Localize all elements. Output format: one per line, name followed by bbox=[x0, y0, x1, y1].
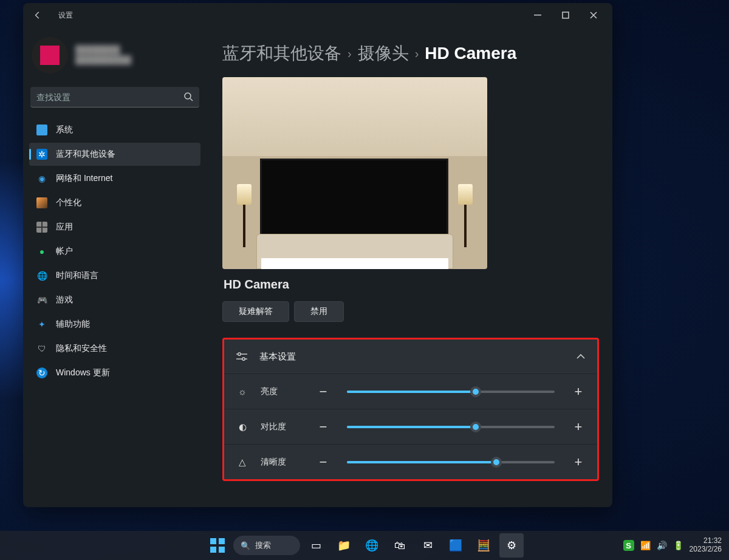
profile-text: ████████ ██████████ bbox=[75, 45, 131, 66]
sidebar-item-label: 帐户 bbox=[56, 246, 73, 257]
accessibility-icon: ✦ bbox=[36, 319, 47, 330]
sharpness-row: △ 清晰度 − + bbox=[224, 444, 597, 479]
app-button-1[interactable]: 🟦 bbox=[443, 533, 468, 558]
start-icon bbox=[210, 538, 225, 553]
breadcrumb-bluetooth[interactable]: 蓝牙和其他设备 bbox=[222, 42, 341, 65]
wifi-tray-icon[interactable]: 📶 bbox=[640, 541, 651, 550]
update-icon: ↻ bbox=[36, 367, 47, 378]
sharpness-increment[interactable]: + bbox=[570, 454, 586, 470]
sliders-icon bbox=[236, 352, 247, 361]
sidebar-item-network[interactable]: ◉网络和 Internet bbox=[29, 167, 200, 190]
tray-app-icon[interactable]: S bbox=[623, 540, 634, 551]
avatar bbox=[32, 37, 68, 73]
taskbar: 🔍搜索 ▭ 📁 🌐 🛍 ✉ 🟦 🧮 ⚙ S 📶 🔊 🔋 21:32 2023/2… bbox=[0, 531, 729, 560]
back-button[interactable] bbox=[28, 5, 47, 25]
brightness-label: 亮度 bbox=[261, 386, 304, 397]
window-title: 设置 bbox=[58, 10, 73, 21]
gamepad-icon: 🎮 bbox=[36, 295, 47, 306]
svg-point-2 bbox=[185, 93, 191, 99]
brightness-decrement[interactable]: − bbox=[315, 384, 331, 400]
minimize-button[interactable] bbox=[524, 5, 552, 25]
task-view-button[interactable]: ▭ bbox=[304, 533, 328, 558]
sidebar-item-label: 网络和 Internet bbox=[56, 173, 112, 184]
sharpness-icon: △ bbox=[235, 457, 250, 468]
system-tray[interactable]: S 📶 🔊 🔋 21:32 2023/2/26 bbox=[623, 537, 729, 554]
edge-button[interactable]: 🌐 bbox=[360, 533, 384, 558]
svg-rect-0 bbox=[534, 15, 541, 16]
troubleshoot-button[interactable]: 疑难解答 bbox=[222, 301, 289, 322]
calculator-button[interactable]: 🧮 bbox=[471, 533, 496, 558]
sidebar-item-accounts[interactable]: ●帐户 bbox=[29, 240, 200, 263]
basic-settings-card: 基本设置 ☼ 亮度 − + ◐ 对比度 − + bbox=[222, 338, 599, 481]
settings-taskbar-button[interactable]: ⚙ bbox=[499, 533, 524, 558]
explorer-button[interactable]: 📁 bbox=[332, 533, 356, 558]
person-icon: ● bbox=[36, 246, 47, 257]
system-icon bbox=[36, 125, 47, 135]
brush-icon bbox=[36, 197, 47, 208]
sharpness-label: 清晰度 bbox=[261, 457, 304, 468]
main-content: 蓝牙和其他设备 › 摄像头 › HD Camera HD Camera 疑难解答… bbox=[205, 27, 612, 507]
svg-rect-1 bbox=[563, 12, 569, 18]
sidebar-item-label: 应用 bbox=[56, 222, 73, 233]
chevron-right-icon: › bbox=[347, 47, 352, 61]
search-icon: 🔍 bbox=[241, 541, 250, 550]
store-button[interactable]: 🛍 bbox=[388, 533, 412, 558]
chevron-right-icon: › bbox=[415, 47, 419, 61]
battery-tray-icon[interactable]: 🔋 bbox=[673, 541, 683, 550]
contrast-label: 对比度 bbox=[261, 422, 304, 432]
sidebar-item-label: 蓝牙和其他设备 bbox=[56, 149, 115, 160]
back-icon bbox=[33, 11, 42, 19]
nav: 系统 ✲蓝牙和其他设备 ◉网络和 Internet 个性化 应用 ●帐户 🌐时间… bbox=[29, 118, 200, 384]
sidebar-item-bluetooth[interactable]: ✲蓝牙和其他设备 bbox=[29, 143, 200, 166]
globe-icon: 🌐 bbox=[36, 270, 47, 281]
maximize-button[interactable] bbox=[552, 5, 580, 25]
sidebar-item-apps[interactable]: 应用 bbox=[29, 216, 200, 239]
start-button[interactable] bbox=[205, 533, 230, 558]
sharpness-slider[interactable] bbox=[347, 461, 555, 463]
taskbar-clock[interactable]: 21:32 2023/2/26 bbox=[690, 537, 722, 554]
taskbar-search[interactable]: 🔍搜索 bbox=[233, 536, 300, 555]
breadcrumb-cameras[interactable]: 摄像头 bbox=[358, 42, 409, 65]
brightness-row: ☼ 亮度 − + bbox=[224, 374, 597, 409]
sharpness-decrement[interactable]: − bbox=[315, 454, 331, 470]
taskbar-date: 2023/2/26 bbox=[690, 545, 722, 554]
sidebar-item-update[interactable]: ↻Windows 更新 bbox=[29, 361, 200, 384]
settings-window: 设置 ████████ ██████████ 系统 bbox=[23, 3, 612, 507]
camera-name: HD Camera bbox=[224, 278, 599, 292]
breadcrumb-current: HD Camera bbox=[425, 44, 516, 63]
breadcrumb: 蓝牙和其他设备 › 摄像头 › HD Camera bbox=[222, 42, 599, 65]
sidebar-item-label: 游戏 bbox=[56, 295, 73, 306]
svg-point-4 bbox=[242, 358, 245, 360]
brightness-increment[interactable]: + bbox=[570, 384, 586, 400]
sidebar-item-system[interactable]: 系统 bbox=[29, 118, 200, 142]
mail-button[interactable]: ✉ bbox=[416, 533, 440, 558]
volume-tray-icon[interactable]: 🔊 bbox=[657, 541, 667, 550]
disable-button[interactable]: 禁用 bbox=[294, 301, 344, 322]
sidebar-item-label: 系统 bbox=[56, 125, 73, 135]
close-button[interactable] bbox=[580, 5, 608, 25]
contrast-row: ◐ 对比度 − + bbox=[224, 409, 597, 444]
sidebar-item-time[interactable]: 🌐时间和语言 bbox=[29, 264, 200, 287]
chevron-up-icon bbox=[577, 353, 585, 360]
minimize-icon bbox=[534, 12, 541, 19]
contrast-increment[interactable]: + bbox=[570, 419, 586, 435]
shield-icon: 🛡 bbox=[36, 343, 47, 354]
sidebar-item-label: 时间和语言 bbox=[56, 270, 98, 281]
brightness-slider[interactable] bbox=[347, 391, 555, 393]
profile-block[interactable]: ████████ ██████████ bbox=[29, 33, 200, 84]
search-input[interactable] bbox=[30, 87, 199, 108]
sidebar-item-personalization[interactable]: 个性化 bbox=[29, 191, 200, 214]
basic-settings-header[interactable]: 基本设置 bbox=[224, 340, 597, 374]
sidebar: ████████ ██████████ 系统 ✲蓝牙和其他设备 ◉网络和 Int… bbox=[23, 27, 205, 507]
sidebar-item-label: 辅助功能 bbox=[56, 319, 90, 330]
search-box[interactable] bbox=[30, 87, 199, 108]
bluetooth-icon: ✲ bbox=[36, 149, 47, 160]
apps-icon bbox=[36, 222, 47, 233]
contrast-decrement[interactable]: − bbox=[315, 419, 331, 435]
brightness-icon: ☼ bbox=[235, 386, 250, 397]
sidebar-item-gaming[interactable]: 🎮游戏 bbox=[29, 289, 200, 312]
sidebar-item-privacy[interactable]: 🛡隐私和安全性 bbox=[29, 337, 200, 360]
contrast-slider[interactable] bbox=[347, 426, 555, 428]
camera-preview bbox=[222, 77, 487, 269]
sidebar-item-accessibility[interactable]: ✦辅助功能 bbox=[29, 313, 200, 336]
